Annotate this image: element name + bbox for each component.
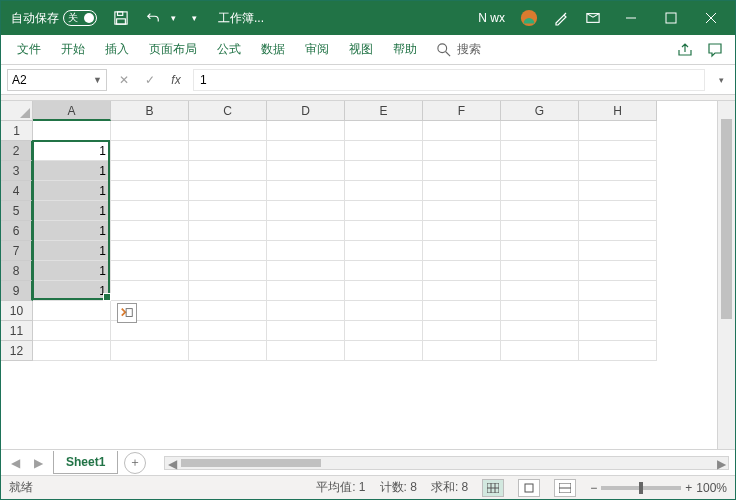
- row-header[interactable]: 12: [1, 341, 33, 361]
- tab-help[interactable]: 帮助: [383, 35, 427, 64]
- col-header[interactable]: F: [423, 101, 501, 121]
- cell[interactable]: [423, 181, 501, 201]
- cell[interactable]: [579, 221, 657, 241]
- tab-home[interactable]: 开始: [51, 35, 95, 64]
- cell[interactable]: [423, 261, 501, 281]
- vertical-scrollbar[interactable]: [717, 101, 735, 449]
- cell[interactable]: [33, 301, 111, 321]
- cell[interactable]: [423, 141, 501, 161]
- cell[interactable]: [345, 321, 423, 341]
- account-name[interactable]: N wx: [472, 11, 511, 25]
- cell[interactable]: [189, 341, 267, 361]
- cell[interactable]: [579, 161, 657, 181]
- coming-soon-icon[interactable]: [547, 4, 575, 32]
- cell[interactable]: 1: [33, 281, 111, 301]
- cell[interactable]: [33, 321, 111, 341]
- cell[interactable]: [267, 181, 345, 201]
- cell[interactable]: [111, 121, 189, 141]
- undo-dropdown-icon[interactable]: ▾: [171, 13, 176, 23]
- cell[interactable]: [267, 221, 345, 241]
- tab-view[interactable]: 视图: [339, 35, 383, 64]
- cell[interactable]: [111, 281, 189, 301]
- formula-bar[interactable]: 1: [193, 69, 705, 91]
- cell[interactable]: [345, 181, 423, 201]
- col-header[interactable]: B: [111, 101, 189, 121]
- cell[interactable]: 1: [33, 161, 111, 181]
- cell[interactable]: [189, 261, 267, 281]
- cell[interactable]: [501, 321, 579, 341]
- fx-icon[interactable]: fx: [167, 73, 185, 87]
- cell[interactable]: 1: [33, 221, 111, 241]
- cell[interactable]: [111, 261, 189, 281]
- cell[interactable]: [423, 281, 501, 301]
- cell[interactable]: [111, 221, 189, 241]
- sheet-nav-next-icon[interactable]: ▶: [30, 456, 47, 470]
- cell[interactable]: [267, 161, 345, 181]
- cell[interactable]: [189, 141, 267, 161]
- minimize-button[interactable]: [611, 1, 651, 35]
- cell[interactable]: [267, 281, 345, 301]
- row-header[interactable]: 7: [1, 241, 33, 261]
- cell[interactable]: [189, 221, 267, 241]
- undo-icon[interactable]: [139, 4, 167, 32]
- qat-customize-icon[interactable]: ▾: [180, 4, 208, 32]
- cell[interactable]: 1: [33, 261, 111, 281]
- maximize-button[interactable]: [651, 1, 691, 35]
- cell[interactable]: [189, 301, 267, 321]
- cell[interactable]: [579, 141, 657, 161]
- cell[interactable]: [501, 181, 579, 201]
- cell[interactable]: [579, 181, 657, 201]
- row-header[interactable]: 8: [1, 261, 33, 281]
- horizontal-scrollbar[interactable]: ◀ ▶: [164, 456, 729, 470]
- cell[interactable]: [33, 341, 111, 361]
- cell[interactable]: [501, 261, 579, 281]
- zoom-control[interactable]: − + 100%: [590, 481, 727, 495]
- col-header[interactable]: E: [345, 101, 423, 121]
- cell[interactable]: [345, 281, 423, 301]
- cell[interactable]: [423, 241, 501, 261]
- cell[interactable]: [345, 201, 423, 221]
- close-button[interactable]: [691, 1, 731, 35]
- toggle-switch[interactable]: [63, 10, 97, 26]
- row-header[interactable]: 10: [1, 301, 33, 321]
- cell[interactable]: [267, 141, 345, 161]
- cell[interactable]: [423, 341, 501, 361]
- row-header[interactable]: 1: [1, 121, 33, 141]
- row-header[interactable]: 5: [1, 201, 33, 221]
- cell[interactable]: [267, 341, 345, 361]
- cell[interactable]: [345, 261, 423, 281]
- col-header[interactable]: D: [267, 101, 345, 121]
- cell[interactable]: [267, 241, 345, 261]
- cell[interactable]: [579, 281, 657, 301]
- tab-review[interactable]: 审阅: [295, 35, 339, 64]
- formula-expand-icon[interactable]: ▾: [713, 75, 729, 85]
- cells-area[interactable]: 11111111: [33, 121, 657, 361]
- cancel-icon[interactable]: ✕: [115, 73, 133, 87]
- row-header[interactable]: 2: [1, 141, 33, 161]
- cell[interactable]: [423, 161, 501, 181]
- tab-file[interactable]: 文件: [7, 35, 51, 64]
- cell[interactable]: [189, 161, 267, 181]
- cell[interactable]: [345, 221, 423, 241]
- cell[interactable]: [579, 121, 657, 141]
- cell[interactable]: [501, 341, 579, 361]
- col-header[interactable]: C: [189, 101, 267, 121]
- row-header[interactable]: 11: [1, 321, 33, 341]
- cell[interactable]: [423, 121, 501, 141]
- cell[interactable]: [189, 321, 267, 341]
- cell[interactable]: [33, 121, 111, 141]
- cell[interactable]: [345, 341, 423, 361]
- cell[interactable]: [501, 201, 579, 221]
- cell[interactable]: [345, 161, 423, 181]
- cell[interactable]: [345, 141, 423, 161]
- view-normal-icon[interactable]: [482, 479, 504, 497]
- cell[interactable]: 1: [33, 201, 111, 221]
- cell[interactable]: [423, 201, 501, 221]
- cell[interactable]: [189, 241, 267, 261]
- save-icon[interactable]: [107, 4, 135, 32]
- cell[interactable]: [579, 341, 657, 361]
- tab-layout[interactable]: 页面布局: [139, 35, 207, 64]
- cell[interactable]: [267, 301, 345, 321]
- confirm-icon[interactable]: ✓: [141, 73, 159, 87]
- tab-formula[interactable]: 公式: [207, 35, 251, 64]
